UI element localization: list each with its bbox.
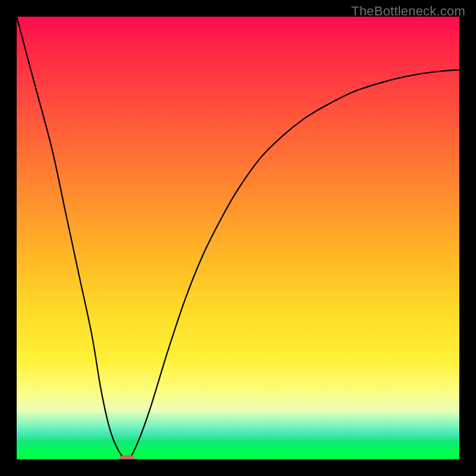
plot-area xyxy=(17,17,459,459)
curve-layer xyxy=(17,17,459,459)
watermark-text: TheBottleneck.com xyxy=(351,4,465,19)
min-marker xyxy=(120,455,135,459)
outer-frame: TheBottleneck.com xyxy=(0,0,476,476)
bottleneck-curve xyxy=(17,17,459,459)
